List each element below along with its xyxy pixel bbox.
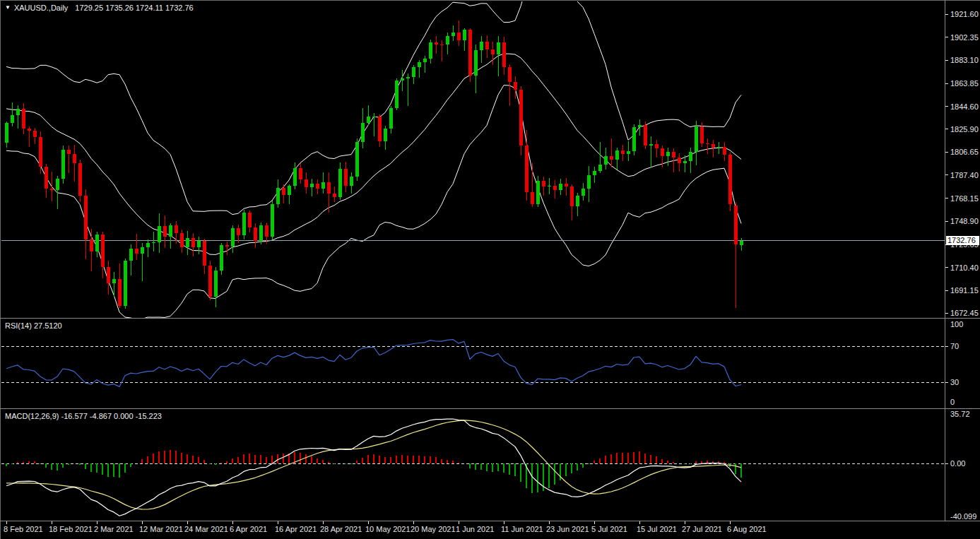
candle-body bbox=[231, 228, 235, 246]
date-tick-label: 6 Apr 2021 bbox=[230, 525, 267, 533]
candle-body bbox=[542, 181, 545, 186]
candle-body bbox=[457, 32, 461, 40]
price-tick-label: 1710.40 bbox=[950, 263, 979, 272]
candle-body bbox=[474, 50, 478, 76]
candle-body bbox=[107, 267, 110, 283]
rsi-panel[interactable] bbox=[1, 340, 945, 387]
candle-body bbox=[186, 238, 189, 247]
candle-body bbox=[446, 36, 449, 45]
candle-body bbox=[316, 184, 319, 188]
candle-body bbox=[565, 184, 568, 186]
candle-body bbox=[734, 206, 738, 244]
candle-body bbox=[610, 156, 613, 160]
candle-body bbox=[717, 147, 721, 148]
candle-body bbox=[73, 154, 76, 164]
candle-body bbox=[672, 152, 675, 158]
candle-body bbox=[282, 188, 285, 194]
price-tick-label: 1844.60 bbox=[950, 102, 979, 111]
candle-body bbox=[435, 42, 438, 45]
candle-body bbox=[559, 184, 562, 190]
candle-body bbox=[587, 175, 591, 189]
time-axis[interactable]: 8 Feb 202118 Feb 20212 Mar 202112 Mar 20… bbox=[4, 521, 767, 533]
candle-body bbox=[254, 227, 257, 241]
date-tick-label: 28 Apr 2021 bbox=[320, 525, 362, 533]
candle-body bbox=[429, 42, 432, 59]
candle-body bbox=[480, 42, 483, 51]
main-chart-panel[interactable] bbox=[1, 0, 945, 319]
price-tick-label: 1672.45 bbox=[950, 309, 979, 317]
candle-body bbox=[723, 147, 726, 155]
symbol-period-label: XAUUSD.,Daily bbox=[14, 4, 68, 12]
macd-signal-line bbox=[6, 420, 741, 509]
candle-body bbox=[695, 126, 698, 152]
macd-panel[interactable] bbox=[1, 419, 945, 516]
candle-body bbox=[11, 115, 14, 123]
candle-body bbox=[485, 42, 489, 49]
candle-body bbox=[84, 196, 88, 239]
chart-frame bbox=[0, 0, 980, 539]
candle-body bbox=[525, 146, 529, 191]
candle-body bbox=[310, 184, 314, 187]
rsi-tick-label: 30 bbox=[950, 378, 959, 386]
candle-body bbox=[502, 42, 506, 67]
candle-body bbox=[242, 213, 246, 235]
candle-body bbox=[39, 137, 42, 167]
candle-body bbox=[706, 143, 709, 145]
candle-body bbox=[124, 261, 127, 307]
candle-body bbox=[141, 247, 144, 253]
candle-body bbox=[598, 165, 602, 171]
candle-body bbox=[259, 225, 263, 241]
chart-canvas[interactable]: 1921.601902.351883.101863.851844.601825.… bbox=[0, 0, 980, 539]
date-tick-label: 6 Aug 2021 bbox=[727, 525, 767, 533]
symbol-ohlc-label: ▼XAUUSD.,Daily1729.25 1735.26 1724.11 17… bbox=[5, 4, 194, 12]
macd-tick-label: -40.099 bbox=[950, 512, 976, 521]
candle-body bbox=[389, 108, 393, 129]
candle-body bbox=[333, 194, 336, 197]
candle-body bbox=[293, 168, 297, 186]
candle-body bbox=[197, 241, 201, 247]
candle-body bbox=[152, 242, 155, 243]
date-tick-label: 11 Jun 2021 bbox=[501, 525, 543, 533]
candle-body bbox=[700, 126, 704, 143]
candle-body bbox=[129, 249, 133, 260]
date-tick-label: 20 May 2021 bbox=[411, 525, 456, 533]
candle-body bbox=[423, 59, 427, 62]
candle-body bbox=[225, 245, 229, 246]
candle-body bbox=[740, 241, 743, 245]
candle-body bbox=[135, 249, 138, 253]
candle-body bbox=[412, 67, 415, 76]
price-axis[interactable]: 1921.601902.351883.101863.851844.601825.… bbox=[945, 10, 979, 521]
candle-body bbox=[497, 42, 500, 55]
candle-body bbox=[367, 117, 370, 122]
candle-body bbox=[214, 271, 218, 297]
rsi-tick-label: 100 bbox=[950, 320, 963, 328]
candle-body bbox=[95, 235, 99, 251]
candle-body bbox=[220, 245, 223, 271]
candle-body bbox=[276, 188, 280, 203]
candle-body bbox=[22, 109, 25, 129]
candle-body bbox=[649, 144, 653, 146]
rsi-indicator-label: RSI(14) 27.5120 bbox=[5, 321, 62, 330]
mt4-chart-window[interactable]: 1921.601902.351883.101863.851844.601825.… bbox=[0, 0, 980, 539]
candle-body bbox=[678, 158, 681, 163]
candle-body bbox=[395, 81, 399, 108]
symbol-dropdown-icon[interactable]: ▼ bbox=[5, 4, 11, 11]
date-tick-label: 27 Jul 2021 bbox=[682, 525, 722, 533]
macd-indicator-label: MACD(12,26,9) -16.577 -4.867 0.000 -15.2… bbox=[5, 412, 162, 420]
candle-body bbox=[355, 142, 359, 177]
candle-body bbox=[118, 279, 122, 306]
candle-body bbox=[265, 225, 268, 237]
candle-body bbox=[61, 150, 65, 179]
candle-body bbox=[321, 182, 325, 189]
candle-body bbox=[418, 62, 421, 67]
price-tick-label: 1768.15 bbox=[950, 194, 979, 203]
date-tick-label: 2 Mar 2021 bbox=[94, 525, 134, 533]
candle-body bbox=[146, 243, 150, 247]
macd-main-line bbox=[6, 419, 741, 516]
price-tick-label: 1883.10 bbox=[950, 56, 979, 64]
date-tick-label: 23 Jun 2021 bbox=[546, 525, 589, 533]
candle-body bbox=[305, 179, 308, 187]
candle-body bbox=[180, 233, 184, 247]
candle-body bbox=[5, 123, 8, 143]
candle-body bbox=[237, 228, 240, 235]
